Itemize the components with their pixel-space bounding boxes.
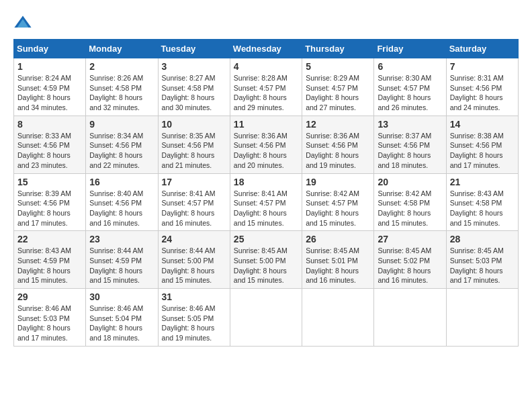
day-number: 21 [450,177,515,187]
day-info: Sunrise: 8:46 AMSunset: 5:03 PMDaylight:… [17,304,71,342]
page-header [13,13,519,32]
day-info: Sunrise: 8:26 AMSunset: 4:58 PMDaylight:… [89,74,143,111]
day-info: Sunrise: 8:46 AMSunset: 5:05 PMDaylight:… [162,304,216,342]
day-number: 19 [306,177,370,187]
calendar-cell: 8 Sunrise: 8:33 AMSunset: 4:56 PMDayligh… [14,116,86,173]
calendar-cell: 31 Sunrise: 8:46 AMSunset: 5:05 PMDaylig… [158,289,230,347]
day-info: Sunrise: 8:38 AMSunset: 4:56 PMDaylight:… [450,132,504,169]
day-number: 14 [450,119,515,130]
day-number: 1 [17,61,82,72]
day-number: 5 [306,61,370,72]
day-number: 15 [17,177,82,187]
day-number: 23 [89,234,154,244]
day-info: Sunrise: 8:36 AMSunset: 4:56 PMDaylight:… [306,132,359,169]
calendar-cell: 9 Sunrise: 8:34 AMSunset: 4:56 PMDayligh… [86,116,158,173]
day-info: Sunrise: 8:44 AMSunset: 4:59 PMDaylight:… [89,246,143,284]
day-number: 25 [234,234,298,244]
day-info: Sunrise: 8:42 AMSunset: 4:58 PMDaylight:… [378,189,431,227]
day-number: 2 [89,61,154,72]
day-number: 9 [89,119,154,130]
calendar-cell: 22 Sunrise: 8:43 AMSunset: 4:59 PMDaylig… [14,231,86,289]
calendar-cell: 12 Sunrise: 8:36 AMSunset: 4:56 PMDaylig… [302,116,374,173]
calendar-table: SundayMondayTuesdayWednesdayThursdayFrid… [13,39,519,347]
day-info: Sunrise: 8:34 AMSunset: 4:56 PMDaylight:… [89,132,143,169]
calendar-week-row: 29 Sunrise: 8:46 AMSunset: 5:03 PMDaylig… [14,289,519,347]
day-number: 27 [378,234,442,244]
day-number: 8 [17,119,82,130]
day-info: Sunrise: 8:35 AMSunset: 4:56 PMDaylight:… [162,132,216,169]
day-number: 18 [234,177,298,187]
day-info: Sunrise: 8:37 AMSunset: 4:56 PMDaylight:… [378,132,431,169]
day-info: Sunrise: 8:36 AMSunset: 4:56 PMDaylight:… [234,132,287,169]
calendar-cell: 14 Sunrise: 8:38 AMSunset: 4:56 PMDaylig… [446,116,518,173]
day-number: 6 [378,61,442,72]
logo [13,13,34,32]
day-info: Sunrise: 8:40 AMSunset: 4:56 PMDaylight:… [89,189,143,227]
day-info: Sunrise: 8:39 AMSunset: 4:56 PMDaylight:… [17,189,71,227]
calendar-cell: 20 Sunrise: 8:42 AMSunset: 4:58 PMDaylig… [374,173,446,231]
calendar-cell: 30 Sunrise: 8:46 AMSunset: 5:04 PMDaylig… [86,289,158,347]
day-number: 26 [306,234,370,244]
day-number: 29 [17,291,82,302]
day-number: 28 [450,234,515,244]
calendar-cell: 7 Sunrise: 8:31 AMSunset: 4:56 PMDayligh… [446,58,518,116]
day-info: Sunrise: 8:30 AMSunset: 4:57 PMDaylight:… [378,74,431,111]
day-info: Sunrise: 8:29 AMSunset: 4:57 PMDaylight:… [306,74,359,111]
day-info: Sunrise: 8:27 AMSunset: 4:58 PMDaylight:… [162,74,216,111]
calendar-cell: 29 Sunrise: 8:46 AMSunset: 5:03 PMDaylig… [14,289,86,347]
calendar-cell: 21 Sunrise: 8:43 AMSunset: 4:58 PMDaylig… [446,173,518,231]
day-number: 31 [162,291,226,302]
day-info: Sunrise: 8:41 AMSunset: 4:57 PMDaylight:… [162,189,216,227]
column-header-friday: Friday [374,40,446,58]
column-header-monday: Monday [86,40,158,58]
calendar-cell [230,289,302,347]
logo-icon [13,13,32,32]
day-info: Sunrise: 8:33 AMSunset: 4:56 PMDaylight:… [17,132,71,169]
calendar-cell: 28 Sunrise: 8:45 AMSunset: 5:03 PMDaylig… [446,231,518,289]
day-info: Sunrise: 8:45 AMSunset: 5:01 PMDaylight:… [306,246,359,284]
day-info: Sunrise: 8:43 AMSunset: 4:58 PMDaylight:… [450,189,504,227]
calendar-week-row: 1 Sunrise: 8:24 AMSunset: 4:59 PMDayligh… [14,58,519,116]
day-number: 11 [234,119,298,130]
calendar-cell: 6 Sunrise: 8:30 AMSunset: 4:57 PMDayligh… [374,58,446,116]
day-number: 22 [17,234,82,244]
day-number: 20 [378,177,442,187]
calendar-cell: 24 Sunrise: 8:44 AMSunset: 5:00 PMDaylig… [158,231,230,289]
day-number: 12 [306,119,370,130]
day-info: Sunrise: 8:31 AMSunset: 4:56 PMDaylight:… [450,74,504,111]
calendar-cell: 25 Sunrise: 8:45 AMSunset: 5:00 PMDaylig… [230,231,302,289]
day-info: Sunrise: 8:45 AMSunset: 5:03 PMDaylight:… [450,246,504,284]
day-number: 3 [162,61,226,72]
column-header-thursday: Thursday [302,40,374,58]
column-header-tuesday: Tuesday [158,40,230,58]
column-header-saturday: Saturday [446,40,518,58]
day-number: 24 [162,234,226,244]
column-header-wednesday: Wednesday [230,40,302,58]
calendar-cell: 19 Sunrise: 8:42 AMSunset: 4:57 PMDaylig… [302,173,374,231]
calendar-header-row: SundayMondayTuesdayWednesdayThursdayFrid… [14,40,519,58]
calendar-cell: 23 Sunrise: 8:44 AMSunset: 4:59 PMDaylig… [86,231,158,289]
day-info: Sunrise: 8:41 AMSunset: 4:57 PMDaylight:… [234,189,287,227]
calendar-week-row: 8 Sunrise: 8:33 AMSunset: 4:56 PMDayligh… [14,116,519,173]
calendar-cell: 16 Sunrise: 8:40 AMSunset: 4:56 PMDaylig… [86,173,158,231]
day-number: 13 [378,119,442,130]
calendar-week-row: 15 Sunrise: 8:39 AMSunset: 4:56 PMDaylig… [14,173,519,231]
day-info: Sunrise: 8:45 AMSunset: 5:02 PMDaylight:… [378,246,431,284]
calendar-cell: 18 Sunrise: 8:41 AMSunset: 4:57 PMDaylig… [230,173,302,231]
day-info: Sunrise: 8:42 AMSunset: 4:57 PMDaylight:… [306,189,359,227]
calendar-cell [374,289,446,347]
calendar-cell [446,289,518,347]
day-number: 17 [162,177,226,187]
calendar-cell: 4 Sunrise: 8:28 AMSunset: 4:57 PMDayligh… [230,58,302,116]
calendar-cell: 2 Sunrise: 8:26 AMSunset: 4:58 PMDayligh… [86,58,158,116]
calendar-cell: 3 Sunrise: 8:27 AMSunset: 4:58 PMDayligh… [158,58,230,116]
calendar-week-row: 22 Sunrise: 8:43 AMSunset: 4:59 PMDaylig… [14,231,519,289]
day-info: Sunrise: 8:44 AMSunset: 5:00 PMDaylight:… [162,246,216,284]
day-info: Sunrise: 8:24 AMSunset: 4:59 PMDaylight:… [17,74,71,111]
calendar-cell [302,289,374,347]
day-number: 30 [89,291,154,302]
day-number: 16 [89,177,154,187]
day-number: 4 [234,61,298,72]
day-info: Sunrise: 8:45 AMSunset: 5:00 PMDaylight:… [234,246,287,284]
day-info: Sunrise: 8:43 AMSunset: 4:59 PMDaylight:… [17,246,71,284]
